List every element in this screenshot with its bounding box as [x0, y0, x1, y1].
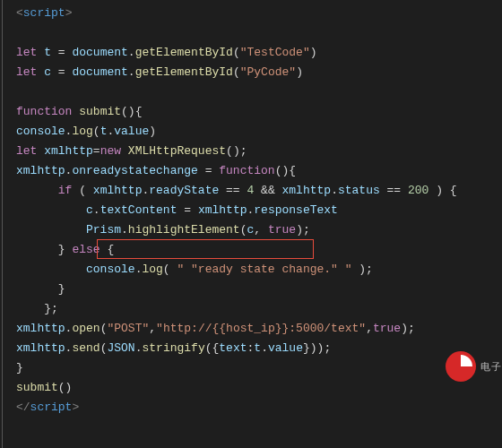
ident: c: [247, 223, 254, 237]
method: open: [72, 322, 100, 335]
code-line: Prism.highlightElement(c, true);: [7, 220, 502, 240]
ident: console: [86, 263, 135, 276]
ident: xmlhttp: [282, 184, 332, 197]
kw-else: else: [72, 243, 100, 256]
op: ==: [380, 184, 408, 197]
code-line: xmlhttp.onreadystatechange = function(){: [7, 161, 502, 181]
prop: text: [219, 341, 247, 355]
code-line: [7, 82, 502, 102]
method: getElementById: [135, 65, 233, 79]
code-line: let xmlhttp=new XMLHttpRequest();: [7, 142, 502, 161]
ident: xmlhttp: [198, 203, 247, 217]
code-line: function submit(){: [7, 102, 502, 122]
code-line: console.log( " "ready state change." " )…: [7, 260, 502, 280]
code-line: let c = document.getElementById("PyCode"…: [7, 63, 502, 82]
num: 200: [408, 184, 428, 197]
prop: status: [338, 184, 380, 197]
code-line: };: [7, 299, 502, 319]
ident: console: [16, 125, 65, 138]
code-line: xmlhttp.send(JSON.stringify({text:t.valu…: [7, 339, 502, 358]
tag-open-gt: >: [65, 6, 73, 20]
code-line: submit(): [7, 378, 502, 398]
string: "http://{{host_ip}}:5000/text": [156, 322, 366, 335]
type: XMLHttpRequest: [128, 144, 226, 158]
method: highlightElement: [128, 223, 240, 237]
op: =: [93, 144, 100, 158]
func-name: submit: [16, 381, 58, 394]
ident: t: [254, 341, 261, 355]
method: log: [72, 125, 92, 138]
ident: t: [44, 46, 51, 59]
ident: xmlhttp: [16, 322, 65, 335]
code-editor[interactable]: <script> let t = document.getElementById…: [0, 0, 502, 448]
kw-let: let: [16, 144, 37, 158]
tag-close-lt: </: [16, 401, 30, 414]
kw-function: function: [219, 164, 274, 177]
kw-true: true: [373, 322, 401, 335]
ident: t: [100, 125, 108, 138]
tag-open-lt: <: [16, 6, 23, 20]
code-line: <script>: [7, 4, 502, 23]
kw-let: let: [16, 46, 37, 59]
code-line: let t = document.getElementById("TestCod…: [7, 43, 502, 63]
prop: textContent: [100, 203, 177, 217]
prop: readyState: [149, 184, 219, 197]
tag-close-gt: >: [72, 401, 79, 414]
code-line: }: [7, 280, 502, 299]
ident: document: [72, 65, 127, 79]
kw-let: let: [16, 65, 37, 79]
ident: xmlhttp: [16, 341, 65, 355]
op: ==: [219, 184, 247, 197]
ident: xmlhttp: [16, 164, 65, 177]
method: getElementById: [135, 46, 233, 59]
tag-close-name: script: [30, 401, 73, 414]
string: "POST": [107, 322, 149, 335]
ident: xmlhttp: [93, 184, 143, 197]
prop: responseText: [254, 203, 338, 217]
ident: c: [86, 203, 93, 217]
op: =: [51, 65, 72, 79]
prop: onreadystatechange: [72, 164, 197, 177]
code-line: [7, 23, 502, 43]
code-line: console.log(t.value): [7, 122, 502, 142]
method: log: [142, 263, 162, 276]
kw-function: function: [16, 105, 72, 118]
tag-open-name: script: [23, 6, 65, 20]
ident: Prism: [86, 223, 121, 237]
code-line: xmlhttp.open("POST","http://{{host_ip}}:…: [7, 319, 502, 339]
ident: document: [72, 46, 127, 59]
code-line: if ( xmlhttp.readyState == 4 && xmlhttp.…: [7, 181, 502, 201]
op: =: [177, 203, 197, 217]
method: stringify: [142, 341, 204, 355]
prop: value: [114, 125, 149, 138]
ident: xmlhttp: [44, 144, 93, 158]
kw-if: if: [58, 184, 73, 197]
kw-true: true: [268, 223, 296, 237]
code-line: c.textContent = xmlhttp.responseText: [7, 201, 502, 220]
op: &&: [254, 184, 281, 197]
code-line: } else {: [7, 240, 502, 260]
prop: value: [268, 341, 303, 355]
string: " "ready state change." ": [177, 263, 351, 276]
op: =: [51, 46, 72, 59]
code-line: }: [7, 358, 502, 378]
ident: JSON: [107, 341, 134, 355]
kw-new: new: [100, 144, 121, 158]
func-name: submit: [79, 105, 121, 118]
ident: c: [44, 65, 51, 79]
string: "PyCode": [240, 65, 296, 79]
string: "TestCode": [240, 46, 310, 59]
code-line: </script>: [7, 398, 502, 418]
method: send: [72, 341, 100, 355]
op: =: [198, 164, 219, 177]
